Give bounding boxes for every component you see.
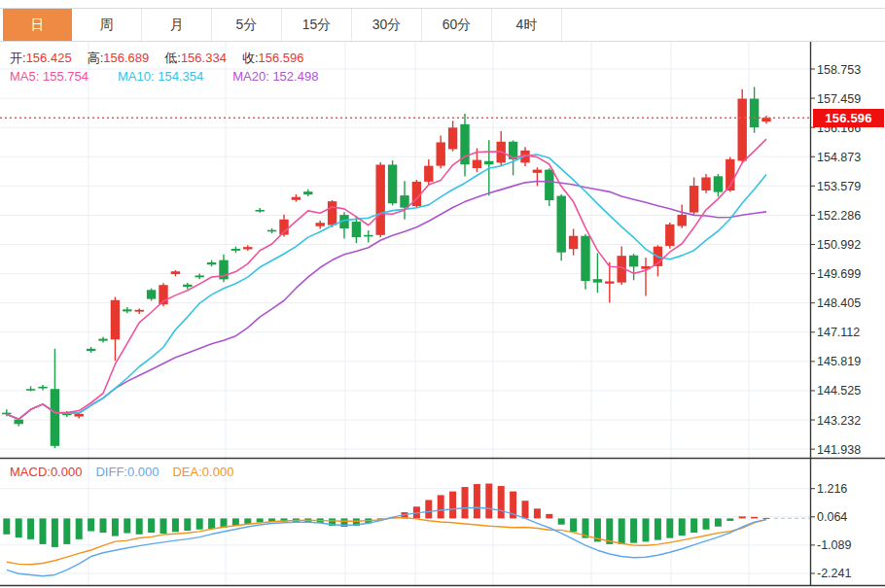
candle-body (533, 170, 542, 173)
price-axis-label: 143.232 (817, 414, 861, 428)
macd-bar (438, 495, 444, 518)
price-axis-label: 152.286 (817, 209, 861, 223)
macd-bar (196, 518, 203, 529)
candle-body (665, 225, 674, 246)
macd-bar (570, 518, 577, 532)
price-axis-label: 144.525 (817, 384, 861, 398)
price-axis-label: 158.753 (817, 63, 861, 77)
high-value: 高:156.689 (88, 50, 150, 67)
macd-bar (679, 518, 686, 536)
macd-bar (148, 518, 155, 533)
candle-body (690, 186, 698, 212)
candlestick-chart-canvas[interactable]: 158.753157.459156.166154.873153.579152.2… (0, 0, 885, 588)
macd-axis-label: 0.064 (817, 510, 847, 524)
candle-body (98, 339, 107, 341)
candle-body (38, 387, 47, 389)
macd-bar (763, 518, 770, 519)
ohlc-legend: 开:156.425 高:156.689 低:156.334 收:156.596 (10, 50, 304, 67)
diff-value: DIFF:0.000 (95, 465, 159, 479)
candle-body (15, 420, 23, 425)
candle-body (147, 290, 156, 298)
candle-body (448, 127, 457, 149)
candle-body (292, 197, 301, 200)
candle-body (424, 166, 433, 182)
macd-bar (534, 508, 541, 518)
macd-legend: MACD:0.000 DIFF:0.000 DEA:0.000 (10, 465, 233, 479)
candle-body (738, 99, 747, 161)
candle-body (328, 201, 336, 225)
macd-bar (184, 518, 191, 531)
macd-bar (124, 518, 130, 533)
candle-body (545, 170, 553, 200)
candle-body (267, 230, 276, 232)
price-axis-label: 153.579 (817, 180, 861, 193)
macd-bar (751, 517, 758, 519)
candle-body (701, 177, 710, 190)
macd-bar (244, 518, 251, 524)
open-value: 开:156.425 (10, 50, 72, 67)
candle-body (51, 389, 59, 446)
macd-axis-label: -1.089 (817, 538, 851, 552)
candle-body (195, 275, 204, 277)
candle-body (111, 300, 120, 339)
candle-body (750, 99, 759, 128)
current-price-badge: 156.596 (813, 109, 884, 127)
price-axis-label: 154.873 (817, 151, 861, 164)
candle-body (243, 247, 252, 249)
candle-body (123, 309, 131, 311)
macd-axis-label: -2.241 (817, 567, 851, 580)
candle-body (135, 310, 144, 312)
macd-bar (208, 518, 215, 529)
candle-body (437, 142, 445, 165)
ma-legend: MA5: 155.754 MA10: 154.354 MA20: 152.498 (10, 69, 318, 84)
macd-bar (100, 518, 107, 533)
candle-body (87, 349, 95, 351)
candle-body (484, 161, 493, 164)
macd-bar (655, 518, 661, 539)
macd-bar (522, 501, 529, 518)
ma10-value: MA10: 154.354 (118, 69, 203, 84)
candle-body (678, 215, 687, 226)
low-value: 低:156.334 (164, 50, 227, 67)
macd-bar (160, 518, 167, 534)
candle-body (388, 164, 397, 203)
diff-line (7, 507, 766, 575)
candle-body (400, 195, 408, 208)
candle-body (593, 279, 602, 282)
macd-bar (76, 518, 83, 538)
candle-body (569, 236, 578, 249)
macd-bar (643, 518, 650, 541)
price-axis-label: 148.405 (817, 296, 861, 310)
ma5-value: MA5: 155.754 (10, 69, 88, 84)
macd-bar (630, 518, 637, 542)
candle-body (75, 414, 84, 417)
macd-bar (27, 518, 34, 538)
macd-bar (3, 518, 10, 534)
candle-body (303, 191, 312, 194)
macd-axis-label: 1.216 (817, 482, 847, 496)
ma20-value: MA20: 152.498 (232, 69, 318, 84)
macd-bar (425, 500, 432, 518)
close-value: 收:156.596 (242, 50, 304, 67)
price-axis-label: 150.992 (817, 238, 861, 252)
macd-bar (16, 518, 22, 537)
candle-body (364, 235, 372, 237)
macd-bar (462, 487, 469, 518)
macd-bar (172, 518, 179, 532)
macd-bar (112, 518, 119, 536)
macd-bar (40, 518, 47, 544)
price-axis-label: 147.112 (817, 326, 860, 339)
price-axis-label: 157.459 (817, 92, 861, 106)
macd-bar (485, 484, 492, 519)
macd-bar (703, 518, 710, 529)
macd-bar (715, 518, 722, 526)
macd-value: MACD:0.000 (10, 465, 82, 479)
candle-body (171, 271, 180, 274)
candle-body (557, 196, 566, 253)
candle-body (629, 256, 638, 267)
price-axis-label: 141.938 (817, 443, 861, 457)
candle-body (376, 164, 385, 234)
candle-body (183, 285, 192, 287)
macd-bar (52, 518, 58, 547)
macd-bar (63, 518, 70, 544)
